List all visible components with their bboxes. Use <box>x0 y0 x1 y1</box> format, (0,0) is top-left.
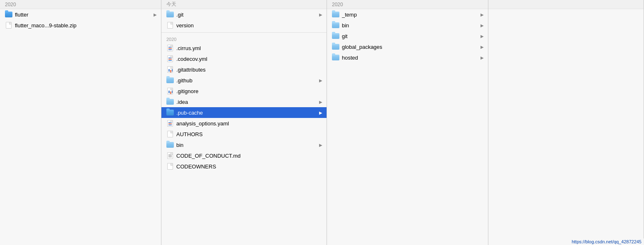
chevron-icon: ▶ <box>318 12 323 17</box>
list-item[interactable]: _temp ▶ <box>327 9 488 20</box>
list-item[interactable]: git ▶ <box>327 31 488 41</box>
col2-header: 今天 <box>161 0 327 9</box>
chevron-icon: ▶ <box>480 12 485 17</box>
chevron-icon: ▶ <box>153 12 158 17</box>
file-icon <box>166 131 174 137</box>
folder-icon <box>166 11 174 18</box>
folder-icon <box>166 142 174 148</box>
item-name: global_packages <box>342 44 480 50</box>
column-1: 2020 flutter ▶ flutter_maco...9-stable.z… <box>0 0 161 245</box>
folder-icon <box>166 77 174 84</box>
yaml-icon <box>166 120 174 127</box>
list-item[interactable]: flutter ▶ <box>0 9 161 20</box>
chevron-icon: ▶ <box>480 55 485 60</box>
list-item[interactable]: .gitignore <box>161 86 327 96</box>
item-name: hosted <box>342 55 480 61</box>
folder-icon <box>5 11 12 18</box>
folder-icon <box>166 109 174 116</box>
file-icon <box>166 163 174 170</box>
chevron-icon: ▶ <box>318 78 323 83</box>
chevron-icon: ▶ <box>318 100 323 104</box>
item-name: CODE_OF_CONDUCT.md <box>176 153 323 159</box>
item-name: version <box>176 22 323 29</box>
column-2: 今天 .git ▶ version 2020 .cirrus.yml <box>161 0 327 245</box>
file-icon <box>5 22 12 29</box>
item-name: git <box>342 33 480 39</box>
chevron-icon: ▶ <box>480 34 485 38</box>
col3-header: 2020 <box>327 0 488 9</box>
folder-icon <box>332 11 339 18</box>
item-name: .codecov.yml <box>176 56 323 62</box>
column-3: 2020 _temp ▶ bin ▶ git ▶ <box>327 0 488 245</box>
file-icon <box>166 22 174 29</box>
item-name: analysis_options.yaml <box>176 120 323 127</box>
chevron-icon: ▶ <box>480 45 485 49</box>
list-item[interactable]: analysis_options.yaml <box>161 118 327 129</box>
column-4 <box>488 0 644 245</box>
list-item[interactable]: .codecov.yml <box>161 53 327 64</box>
item-name: flutter_maco...9-stable.zip <box>15 22 158 29</box>
folder-icon <box>332 22 339 29</box>
status-url: https://blog.csdn.net/qq_42872245 <box>572 239 642 244</box>
chevron-icon: ▶ <box>318 110 323 115</box>
item-name: CODEOWNERS <box>176 163 323 170</box>
col1-header: 2020 <box>0 0 161 9</box>
item-name: AUTHORS <box>176 131 323 137</box>
list-item[interactable]: bin ▶ <box>161 139 327 150</box>
list-item[interactable]: AUTHORS <box>161 129 327 139</box>
list-item[interactable]: CODEOWNERS <box>161 161 327 172</box>
list-item[interactable]: bin ▶ <box>327 20 488 31</box>
divider <box>161 32 327 33</box>
list-item[interactable]: .cirrus.yml <box>161 43 327 53</box>
item-name: .cirrus.yml <box>176 45 323 51</box>
item-name: .git <box>176 12 318 18</box>
list-item[interactable]: flutter_maco...9-stable.zip <box>0 20 161 31</box>
item-name: bin <box>342 22 480 29</box>
folder-icon <box>332 54 339 61</box>
gitattr-icon <box>166 88 174 94</box>
list-item[interactable]: .git ▶ <box>161 9 327 20</box>
list-item[interactable]: .github ▶ <box>161 75 327 86</box>
list-item[interactable]: global_packages ▶ <box>327 41 488 52</box>
chevron-icon: ▶ <box>318 143 323 147</box>
col1-file-list: flutter ▶ flutter_maco...9-stable.zip <box>0 9 161 245</box>
col3-file-list: _temp ▶ bin ▶ git ▶ global_packages ▶ <box>327 9 488 245</box>
list-item-selected[interactable]: .pub-cache ▶ <box>161 107 327 118</box>
item-name: bin <box>176 142 318 148</box>
list-item[interactable]: hosted ▶ <box>327 52 488 63</box>
col2-file-list: .git ▶ version 2020 .cirrus.yml .codecov… <box>161 9 327 245</box>
folder-icon <box>332 33 339 39</box>
yaml-icon <box>166 55 174 62</box>
item-name: flutter <box>15 12 153 18</box>
folder-icon <box>332 43 339 50</box>
item-name: _temp <box>342 12 480 18</box>
folder-icon <box>166 98 174 105</box>
chevron-icon: ▶ <box>480 23 485 28</box>
item-name: .gitignore <box>176 88 323 94</box>
list-item[interactable]: .idea ▶ <box>161 96 327 107</box>
status-bar: https://blog.csdn.net/qq_42872245 <box>569 238 644 245</box>
list-item[interactable]: .gitattributes <box>161 64 327 75</box>
item-name: .pub-cache <box>176 110 318 116</box>
item-name: .idea <box>176 99 318 105</box>
item-name: .gitattributes <box>176 67 323 73</box>
col4-header <box>488 0 644 9</box>
gitattr-icon <box>166 66 174 73</box>
section-label: 2020 <box>161 34 327 43</box>
yaml-icon <box>166 45 174 51</box>
item-name: .github <box>176 77 318 84</box>
list-item[interactable]: CODE_OF_CONDUCT.md <box>161 150 327 161</box>
list-item[interactable]: version <box>161 20 327 31</box>
text-icon <box>166 152 174 159</box>
